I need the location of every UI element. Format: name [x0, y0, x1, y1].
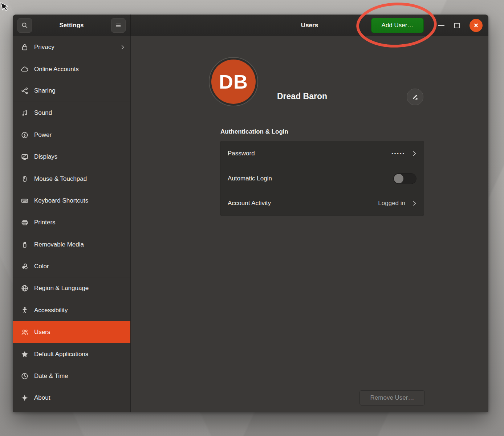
sidebar-item-label: Displays — [34, 153, 57, 160]
sidebar-item-label: Sharing — [34, 87, 56, 94]
usb-icon — [21, 241, 29, 249]
account-activity-label: Account Activity — [228, 200, 271, 207]
sidebar-item-label: Accessibility — [34, 307, 68, 314]
sidebar-item-label: Online Accounts — [34, 66, 79, 73]
music-note-icon — [21, 109, 29, 117]
globe-icon — [21, 284, 29, 292]
auth-section-heading: Authentication & Login — [220, 128, 288, 135]
close-button[interactable] — [470, 19, 483, 32]
color-circles-icon — [21, 262, 29, 270]
sidebar-item-keyboard-shortcuts[interactable]: Keyboard Shortcuts — [13, 190, 130, 212]
sidebar-item-displays[interactable]: Displays — [13, 146, 130, 168]
sparkle-icon — [21, 394, 29, 402]
accessibility-icon — [21, 306, 29, 314]
star-icon — [21, 350, 29, 358]
main-header: Users Add User… — [131, 15, 488, 36]
add-user-button[interactable]: Add User… — [371, 18, 424, 33]
search-button[interactable] — [17, 18, 32, 33]
sidebar-item-label: Region & Language — [34, 285, 89, 292]
sidebar-item-label: Color — [34, 263, 49, 270]
mouse-cursor — [0, 1, 9, 13]
sidebar-item-color[interactable]: Color — [13, 256, 130, 277]
sidebar-item-online-accounts[interactable]: Online Accounts — [13, 58, 130, 80]
display-icon — [21, 153, 29, 161]
toggle-knob — [394, 174, 403, 183]
printer-icon — [21, 219, 29, 227]
window-controls — [438, 15, 483, 36]
sidebar-item-about[interactable]: About — [13, 387, 130, 409]
hamburger-icon — [115, 22, 122, 29]
close-icon — [473, 22, 479, 29]
users-panel: DB Dread Baron Authentication & Login Pa… — [131, 36, 488, 412]
titlebar: Settings Users Add User… — [13, 15, 488, 36]
sidebar-item-mouse-touchpad[interactable]: Mouse & Touchpad — [13, 168, 130, 190]
sidebar-item-label: Printers — [34, 219, 56, 226]
menu-button[interactable] — [111, 18, 126, 33]
cloud-icon — [21, 65, 29, 73]
page-title: Users — [301, 22, 318, 29]
sidebar-item-date-time[interactable]: Date & Time — [13, 365, 130, 387]
chevron-right-icon — [412, 150, 416, 157]
automatic-login-toggle[interactable] — [393, 173, 416, 184]
mouse-icon — [21, 175, 29, 183]
sidebar-item-users[interactable]: Users — [13, 321, 130, 343]
edit-name-button[interactable] — [407, 89, 423, 105]
avatar-initials: DB — [211, 60, 256, 104]
sidebar-header: Settings — [13, 15, 131, 36]
sidebar-item-label: Removable Media — [34, 241, 84, 248]
sidebar-item-region-language[interactable]: Region & Language — [13, 277, 130, 299]
sidebar-item-sound[interactable]: Sound — [13, 102, 130, 124]
minimize-button[interactable] — [438, 25, 444, 26]
sidebar-item-label: Mouse & Touchpad — [34, 175, 87, 183]
avatar[interactable]: DB — [209, 57, 258, 106]
pencil-icon — [411, 93, 419, 101]
account-activity-value: Logged in — [378, 200, 405, 207]
user-full-name: Dread Baron — [277, 91, 327, 101]
automatic-login-row: Automatic Login — [220, 166, 424, 191]
remove-user-button[interactable]: Remove User… — [359, 390, 425, 406]
app-title: Settings — [59, 22, 84, 29]
sidebar-item-privacy[interactable]: Privacy — [13, 36, 130, 58]
settings-window: Settings Users Add User… Privacy — [13, 15, 488, 412]
share-icon — [21, 87, 29, 95]
automatic-login-label: Automatic Login — [228, 175, 272, 182]
auth-card: Password ••••• Automatic Login Account A… — [220, 141, 424, 216]
sidebar: Privacy Online Accounts Sharing Sound Po… — [13, 36, 131, 412]
clock-icon — [21, 372, 29, 380]
password-row[interactable]: Password ••••• — [220, 141, 424, 166]
sidebar-item-sharing[interactable]: Sharing — [13, 80, 130, 102]
chevron-right-icon — [121, 44, 125, 50]
maximize-button[interactable] — [454, 23, 460, 28]
keyboard-icon — [21, 197, 29, 205]
sidebar-item-label: Privacy — [34, 44, 54, 51]
search-icon — [21, 22, 28, 29]
users-icon — [21, 328, 29, 336]
sidebar-item-power[interactable]: Power — [13, 124, 130, 146]
sidebar-item-default-applications[interactable]: Default Applications — [13, 343, 130, 365]
sidebar-item-label: Power — [34, 131, 52, 139]
sidebar-item-label: Users — [34, 329, 50, 336]
password-label: Password — [228, 150, 255, 157]
lock-icon — [21, 43, 29, 51]
power-icon — [21, 131, 29, 139]
sidebar-item-printers[interactable]: Printers — [13, 212, 130, 233]
sidebar-item-label: Default Applications — [34, 351, 88, 358]
sidebar-item-label: About — [34, 394, 50, 402]
sidebar-item-label: Sound — [34, 109, 52, 117]
sidebar-item-accessibility[interactable]: Accessibility — [13, 300, 130, 321]
password-dots: ••••• — [391, 151, 405, 156]
sidebar-item-removable-media[interactable]: Removable Media — [13, 234, 130, 256]
sidebar-item-label: Date & Time — [34, 372, 68, 380]
account-activity-row[interactable]: Account Activity Logged in — [220, 191, 424, 216]
sidebar-item-label: Keyboard Shortcuts — [34, 197, 88, 204]
chevron-right-icon — [412, 200, 416, 207]
